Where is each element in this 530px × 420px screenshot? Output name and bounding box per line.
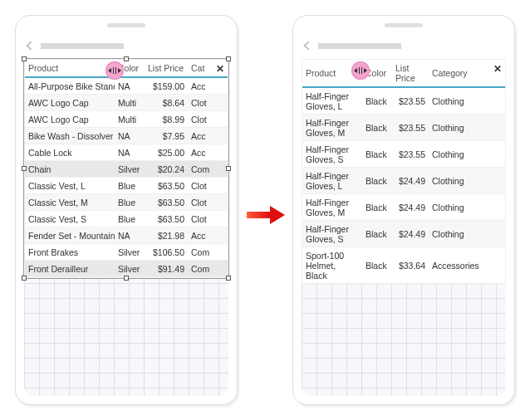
cell: $63.50 — [145, 211, 188, 227]
cell: Silver — [115, 261, 145, 276]
cell: Com — [188, 244, 229, 260]
data-table[interactable]: Product Color List Price Cat ✕ All-Purpo… — [24, 59, 228, 278]
table-row[interactable]: Cable LockNA$25.00Acc — [25, 144, 228, 161]
cell: $24.49 — [392, 226, 429, 242]
cell: $63.50 — [145, 178, 188, 193]
cell: All-Purpose Bike Stand — [25, 78, 115, 94]
cell: $25.00 — [145, 144, 188, 160]
resize-handle[interactable] — [124, 56, 129, 61]
cell: Black — [362, 199, 392, 215]
cell: Multi — [115, 95, 145, 110]
phone-header — [27, 37, 225, 54]
close-icon[interactable]: ✕ — [216, 63, 224, 75]
cell: Classic Vest, M — [25, 194, 115, 210]
resize-handle[interactable] — [124, 276, 129, 281]
table-row[interactable]: Front BrakesSilver$106.50Com — [25, 244, 228, 261]
table-row[interactable]: Half-Finger Gloves, LBlack$23.55Clothing — [302, 88, 505, 115]
header-placeholder-line — [41, 43, 124, 49]
cell: NA — [115, 78, 145, 94]
cell: Half-Finger Gloves, L — [302, 88, 362, 114]
cell: $24.49 — [392, 199, 429, 215]
cell: $23.55 — [392, 120, 429, 135]
cell: Black — [362, 146, 392, 162]
cell: Clot — [188, 211, 229, 227]
cell: Black — [362, 257, 392, 273]
table-row[interactable]: Half-Finger Gloves, SBlack$23.55Clothing — [302, 141, 505, 168]
cell: Acc — [188, 144, 229, 160]
resize-handle[interactable] — [226, 56, 231, 61]
data-table[interactable]: Product Color List Price Category ✕ Half… — [302, 59, 506, 285]
cell: Black — [362, 93, 392, 109]
cell: $23.55 — [392, 93, 429, 109]
table-body: Half-Finger Gloves, LBlack$23.55Clothing… — [302, 88, 505, 284]
phone-frame-before: Product Color List Price Cat ✕ All-Purpo… — [15, 15, 238, 405]
table-row[interactable]: Sport-100 Helmet, BlackBlack$33.64Access… — [302, 247, 505, 284]
cell: NA — [115, 144, 145, 160]
cell: Black — [362, 226, 392, 242]
table-row[interactable]: Classic Vest, SBlue$63.50Clot — [25, 211, 228, 227]
cell: Clothing — [429, 173, 487, 188]
table-row[interactable]: Half-Finger Gloves, LBlack$24.49Clothing — [302, 168, 505, 194]
table-row[interactable]: Half-Finger Gloves, SBlack$24.49Clothing — [302, 221, 505, 247]
column-resize-icon[interactable] — [351, 61, 370, 80]
cell: Fender Set - Mountain — [25, 227, 115, 243]
cell: AWC Logo Cap — [25, 95, 115, 110]
cell: $7.95 — [145, 128, 188, 144]
table-row[interactable]: AWC Logo CapMulti$8.99Clot — [25, 111, 228, 128]
cell: Silver — [115, 244, 145, 260]
table-row[interactable]: ChainSilver$20.24Com — [25, 161, 228, 178]
cell: $91.49 — [145, 261, 188, 276]
cell: $159.00 — [145, 78, 188, 94]
cell: $8.99 — [145, 111, 188, 127]
cell: Blue — [115, 211, 145, 227]
table-row[interactable]: Fender Set - MountainNA$21.98Acc — [25, 227, 228, 244]
table-row[interactable]: Half-Finger Gloves, MBlack$23.55Clothing — [302, 115, 505, 141]
close-icon[interactable]: ✕ — [493, 63, 502, 75]
phone-speaker — [107, 23, 145, 27]
cell: Clothing — [429, 146, 487, 162]
cell: $33.64 — [392, 257, 429, 273]
table-header-row: Product Color List Price Cat ✕ — [25, 60, 228, 78]
cell: $24.49 — [392, 173, 429, 188]
cell: $8.64 — [145, 95, 188, 110]
cell: Clothing — [429, 226, 487, 242]
table-row[interactable]: All-Purpose Bike StandNA$159.00Acc — [25, 78, 228, 95]
cell: Cable Lock — [25, 144, 115, 160]
table-row[interactable]: Half-Finger Gloves, MBlack$24.49Clothing — [302, 194, 505, 221]
cell: NA — [115, 227, 145, 243]
cell: AWC Logo Cap — [25, 111, 115, 127]
resize-handle[interactable] — [22, 166, 27, 171]
phone-canvas-after: Product Color List Price Category ✕ Half… — [302, 59, 506, 396]
col-price[interactable]: List Price — [392, 60, 429, 86]
table-row[interactable]: Classic Vest, LBlue$63.50Clot — [25, 178, 228, 194]
phone-speaker — [385, 23, 423, 27]
header-placeholder-line — [318, 43, 401, 49]
resize-handle[interactable] — [22, 276, 27, 281]
cell: Silver — [115, 161, 145, 177]
resize-handle[interactable] — [226, 276, 231, 281]
cell: Com — [188, 261, 229, 276]
svg-marker-1 — [270, 206, 285, 224]
table-row[interactable]: Classic Vest, MBlue$63.50Clot — [25, 194, 228, 211]
cell: Com — [188, 161, 229, 177]
cell: $63.50 — [145, 194, 188, 210]
table-row[interactable]: AWC Logo CapMulti$8.64Clot — [25, 95, 228, 111]
resize-handle[interactable] — [226, 166, 231, 171]
back-icon[interactable] — [26, 41, 35, 50]
cell: Blue — [115, 178, 145, 193]
back-icon[interactable] — [303, 41, 312, 50]
cell: Accessories — [429, 257, 487, 273]
transition-arrow-icon — [244, 206, 286, 224]
phone-frame-after: Product Color List Price Category ✕ Half… — [292, 15, 515, 405]
cell: Acc — [188, 128, 229, 144]
cell: $23.55 — [392, 146, 429, 162]
col-product[interactable]: Product — [25, 60, 115, 76]
column-resize-icon[interactable] — [106, 61, 124, 80]
col-price[interactable]: List Price — [145, 60, 188, 76]
table-row[interactable]: Bike Wash - DissolverNA$7.95Acc — [25, 128, 228, 144]
cell: Multi — [115, 111, 145, 127]
table-row[interactable]: Front DerailleurSilver$91.49Com — [25, 261, 228, 277]
table-body: All-Purpose Bike StandNA$159.00AccAWC Lo… — [25, 78, 228, 277]
resize-handle[interactable] — [22, 56, 27, 61]
col-category[interactable]: Category — [429, 65, 487, 81]
